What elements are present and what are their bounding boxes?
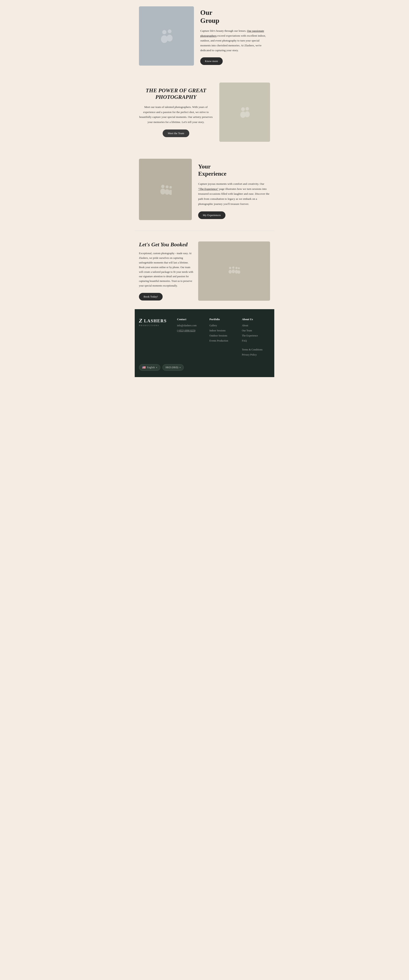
- footer-faq-link[interactable]: FAQ: [242, 339, 270, 343]
- svg-point-3: [166, 35, 173, 41]
- currency-selector[interactable]: HKD (HK$) ▾: [162, 364, 184, 371]
- book-today-button[interactable]: Book Today!: [139, 293, 163, 301]
- experience-body: Capture joyous moments with comfort and …: [198, 181, 270, 206]
- the-experience-link[interactable]: "The Experience": [198, 187, 219, 191]
- section-booked: Let's Get You Booked Exceptional, custom…: [135, 233, 274, 309]
- language-selector[interactable]: 🇺🇸 English ▾: [139, 364, 160, 371]
- footer: Z LASHERS PRODUCTIONS Contact info@zlash…: [135, 309, 274, 377]
- footer-contact-heading: Contact: [177, 318, 205, 321]
- footer-our-team-link[interactable]: Our Team: [242, 329, 270, 332]
- booked-image: [198, 242, 270, 301]
- footer-portfolio-col: Portfolio Gallery Indoor Sessions Outdoo…: [209, 318, 238, 358]
- language-chevron-icon: ▾: [156, 366, 157, 369]
- footer-events-link[interactable]: Events Production: [209, 339, 238, 343]
- our-group-image: [139, 6, 194, 65]
- section-divider: [135, 231, 274, 231]
- section-experience: Your Experience Capture joyous moments w…: [135, 150, 274, 229]
- footer-indoor-link[interactable]: Indoor Sessions: [209, 329, 238, 332]
- svg-point-20: [238, 267, 240, 269]
- booked-content: Let's Get You Booked Exceptional, custom…: [139, 242, 194, 301]
- footer-terms-link[interactable]: Terms & Conditions: [242, 348, 270, 352]
- experience-title: Your Experience: [198, 163, 270, 177]
- booked-title: Let's Get You Booked: [139, 242, 194, 248]
- power-image: [219, 83, 270, 142]
- logo-name: LASHERS: [144, 318, 166, 323]
- footer-outdoor-link[interactable]: Outdoor Sessions: [209, 334, 238, 337]
- svg-point-10: [166, 185, 168, 188]
- svg-point-12: [170, 186, 172, 189]
- experience-content: Your Experience Capture joyous moments w…: [198, 159, 270, 219]
- language-flag: 🇺🇸: [142, 366, 146, 369]
- power-content: The power of great photography Meet our …: [139, 87, 213, 137]
- svg-point-15: [228, 270, 232, 274]
- section-our-group: Our Group Capture life's beauty through …: [135, 0, 274, 74]
- svg-point-1: [161, 35, 168, 43]
- svg-point-0: [162, 30, 166, 34]
- svg-point-14: [229, 267, 231, 269]
- our-group-content: Our Group Capture life's beauty through …: [200, 6, 270, 65]
- power-btn-area: Meet the Team: [139, 129, 213, 137]
- svg-point-18: [235, 267, 238, 269]
- footer-email[interactable]: info@zlashers.com: [177, 324, 205, 328]
- experience-image: [139, 159, 192, 220]
- know-more-button[interactable]: Know more: [200, 57, 223, 65]
- section-power: The power of great photography Meet our …: [135, 74, 274, 150]
- our-group-body: Capture life's beauty through our lenses…: [200, 29, 270, 53]
- booked-body: Exceptional, custom photography - made e…: [139, 251, 194, 288]
- svg-point-6: [246, 107, 249, 110]
- svg-point-17: [232, 270, 235, 274]
- meet-team-button[interactable]: Meet the Team: [163, 129, 189, 137]
- logo-z-icon: Z: [139, 318, 143, 324]
- logo-sub: PRODUCTIONS: [139, 325, 173, 326]
- footer-about-heading: About Us: [242, 318, 270, 321]
- footer-about-link[interactable]: About: [242, 324, 270, 328]
- currency-chevron-icon: ▾: [179, 366, 181, 369]
- my-experiences-button[interactable]: My Experiences: [198, 212, 225, 219]
- svg-point-16: [232, 266, 235, 269]
- svg-point-2: [168, 29, 171, 33]
- footer-privacy-link[interactable]: Privacy Policy: [242, 353, 270, 356]
- our-group-title: Our Group: [200, 8, 270, 25]
- footer-top: Z LASHERS PRODUCTIONS Contact info@zlash…: [139, 318, 270, 358]
- footer-the-experience-link[interactable]: The Experience: [242, 334, 270, 337]
- svg-point-9: [160, 189, 165, 194]
- svg-point-4: [241, 107, 245, 111]
- power-body: Meet our team of talented photographers.…: [139, 105, 213, 125]
- svg-point-8: [161, 185, 165, 188]
- footer-bottom: 🇺🇸 English ▾ HKD (HK$) ▾: [139, 364, 270, 371]
- footer-phone[interactable]: (+852) 6990 8259: [177, 329, 205, 332]
- logo-wordmark: Z LASHERS: [139, 318, 173, 324]
- footer-about-col: About Us About Our Team The Experience F…: [242, 318, 270, 358]
- footer-logo: Z LASHERS PRODUCTIONS: [139, 318, 173, 358]
- footer-portfolio-heading: Portfolio: [209, 318, 238, 321]
- currency-label: HKD (HK$): [166, 366, 178, 369]
- language-label: English: [147, 366, 155, 369]
- svg-point-7: [245, 111, 250, 117]
- power-title: The power of great photography: [139, 87, 213, 100]
- footer-gallery-link[interactable]: Gallery: [209, 324, 238, 328]
- footer-contact-col: Contact info@zlashers.com (+852) 6990 82…: [177, 318, 205, 358]
- svg-point-21: [238, 270, 241, 274]
